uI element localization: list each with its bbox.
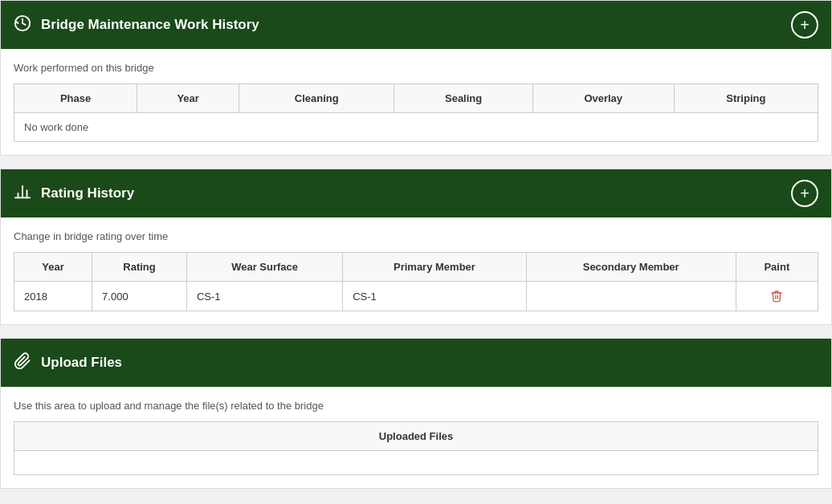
- rating-history-header-left: Rating History: [14, 183, 134, 205]
- col-primary-member: Primary Member: [343, 253, 527, 282]
- work-history-empty-row: No work done: [14, 113, 818, 142]
- col-sealing: Sealing: [394, 84, 532, 113]
- upload-files-header-left: Upload Files: [14, 352, 122, 374]
- upload-files-header: Upload Files: [1, 339, 831, 387]
- col-rating-year: Year: [14, 253, 92, 282]
- rating-history-description: Change in bridge rating over time: [14, 230, 818, 242]
- page-wrapper: Bridge Maintenance Work History + Work p…: [0, 0, 832, 504]
- rating-history-panel: Rating History + Change in bridge rating…: [0, 169, 832, 325]
- upload-files-body: Use this area to upload and manage the f…: [1, 387, 831, 488]
- rating-history-header-row: Year Rating Wear Surface Primary Member …: [14, 253, 818, 282]
- row-paint: [736, 282, 818, 311]
- col-uploaded-files: Uploaded Files: [14, 422, 818, 451]
- work-history-title: Bridge Maintenance Work History: [41, 17, 259, 33]
- col-cleaning: Cleaning: [239, 84, 394, 113]
- work-history-empty-message: No work done: [14, 113, 818, 142]
- upload-files-title: Upload Files: [41, 355, 122, 371]
- upload-table-empty-cell: [14, 451, 818, 475]
- col-paint: Paint: [736, 253, 818, 282]
- work-history-header: Bridge Maintenance Work History +: [1, 1, 831, 49]
- work-history-header-left: Bridge Maintenance Work History: [14, 14, 259, 36]
- col-wear-surface: Wear Surface: [186, 253, 342, 282]
- rating-history-body: Change in bridge rating over time Year R…: [1, 217, 831, 324]
- upload-table-header-row: Uploaded Files: [14, 422, 818, 451]
- row-primary-member: CS-1: [343, 282, 527, 311]
- row-year: 2018: [14, 282, 92, 311]
- upload-files-table: Uploaded Files: [14, 421, 818, 475]
- paperclip-icon: [14, 352, 31, 374]
- chart-icon: [14, 183, 31, 205]
- row-rating: 7.000: [92, 282, 187, 311]
- history-icon: [14, 14, 31, 36]
- work-history-add-button[interactable]: +: [791, 11, 818, 39]
- work-history-header-row: Phase Year Cleaning Sealing Overlay Stri…: [14, 84, 818, 113]
- rating-history-add-button[interactable]: +: [791, 180, 818, 207]
- col-secondary-member: Secondary Member: [526, 253, 736, 282]
- col-rating: Rating: [92, 253, 187, 282]
- rating-history-table: Year Rating Wear Surface Primary Member …: [14, 252, 818, 311]
- upload-files-panel: Upload Files Use this area to upload and…: [0, 338, 832, 489]
- col-striping: Striping: [674, 84, 818, 113]
- delete-row-icon[interactable]: [746, 290, 808, 303]
- col-overlay: Overlay: [532, 84, 674, 113]
- rating-history-row: 2018 7.000 CS-1 CS-1: [14, 282, 818, 311]
- col-phase: Phase: [14, 84, 137, 113]
- upload-files-description: Use this area to upload and manage the f…: [14, 400, 818, 412]
- col-year: Year: [137, 84, 239, 113]
- rating-history-title: Rating History: [41, 185, 134, 201]
- upload-table-empty-row: [14, 451, 818, 475]
- row-secondary-member: [526, 282, 736, 311]
- work-history-panel: Bridge Maintenance Work History + Work p…: [0, 0, 832, 156]
- rating-history-header: Rating History +: [1, 169, 831, 217]
- row-wear-surface: CS-1: [186, 282, 342, 311]
- work-history-table: Phase Year Cleaning Sealing Overlay Stri…: [14, 83, 818, 142]
- work-history-body: Work performed on this bridge Phase Year…: [1, 49, 831, 155]
- work-history-description: Work performed on this bridge: [14, 62, 818, 74]
